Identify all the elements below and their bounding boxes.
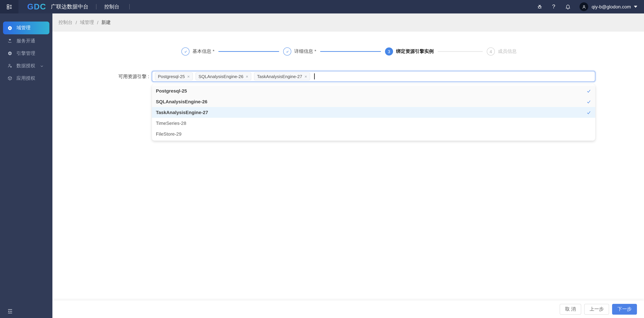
breadcrumb-item-new: 新建: [102, 20, 111, 26]
option-label: TaskAnalysisEngine-27: [156, 110, 208, 115]
step-connector: [438, 51, 483, 52]
menu-fold-icon: [7, 308, 13, 314]
sidebar-item-app-authorization[interactable]: 应用授权: [0, 72, 52, 84]
chevron-down-icon: [40, 64, 44, 68]
sidebar-item-label: 域管理: [16, 25, 30, 31]
sidebar-item-data-authorization[interactable]: 数据授权: [0, 60, 52, 72]
hexagon-icon: [8, 51, 12, 56]
step-connector: [218, 51, 279, 52]
main-area: 控制台 / 域管理 / 新建 基本信息*: [52, 14, 644, 318]
tag-remove-icon[interactable]: ×: [304, 74, 307, 79]
field-label: 可用资源引擎 :: [52, 71, 149, 82]
breadcrumb: 控制台 / 域管理 / 新建: [52, 14, 644, 32]
content: 基本信息* 详细信息* 3 绑定资源引擎实例: [52, 32, 644, 300]
topbar: GDC 广联达数据中台 控制台 ?: [0, 0, 644, 14]
step-basic-info: 基本信息*: [182, 47, 283, 56]
step-detail-info: 详细信息*: [283, 47, 385, 56]
sidebar-item-label: 引擎管理: [16, 50, 35, 56]
step-label: 成员信息: [498, 49, 517, 55]
sidebar-item-label: 应用授权: [16, 75, 35, 81]
hexagon-badge-icon: [8, 25, 12, 31]
breadcrumb-separator: /: [76, 20, 77, 25]
option-label: Postgresql-25: [156, 88, 187, 94]
step-label: 绑定资源引擎实例: [396, 49, 434, 55]
step-check-icon: [182, 47, 190, 56]
gdc-logo: GDC: [27, 2, 46, 12]
tag-label: TaskAnalysisEngine-27: [257, 74, 302, 79]
apps-menu-icon: [6, 4, 12, 10]
apps-menu-button[interactable]: [0, 0, 18, 14]
required-mark: *: [314, 49, 316, 54]
step-label: 详细信息*: [294, 49, 316, 55]
help-icon: ?: [552, 3, 555, 10]
account-caret-down-icon[interactable]: [634, 6, 637, 8]
app-title: 广联达数据中台: [51, 3, 88, 10]
bug-icon: [537, 4, 542, 10]
tag-remove-icon[interactable]: ×: [187, 74, 190, 79]
sidebar-item-label: 数据授权: [16, 63, 35, 69]
sidebar-item-engine-management[interactable]: 引擎管理: [0, 47, 52, 60]
sidebar-item-domain-management[interactable]: 域管理: [3, 22, 50, 34]
step-number: 3: [385, 47, 393, 56]
check-icon: [586, 88, 591, 93]
cube-icon: [8, 76, 12, 81]
breadcrumb-item-domain[interactable]: 域管理: [80, 20, 94, 26]
bug-report-button[interactable]: [536, 4, 542, 10]
bell-icon: [565, 4, 570, 10]
option-sqlanalysisengine-26[interactable]: SQLAnalysisEngine-26: [152, 96, 595, 107]
tag-label: Postgresql-25: [158, 74, 185, 79]
selected-tag: TaskAnalysisEngine-27 ×: [254, 72, 310, 80]
option-label: FileStore-29: [156, 131, 182, 137]
text-cursor: [314, 73, 314, 79]
user-avatar[interactable]: [580, 2, 588, 11]
required-mark: *: [213, 49, 214, 54]
step-connector: [320, 51, 381, 52]
topbar-right: ? qiy-b@glodon.com: [528, 2, 644, 11]
option-taskanalysisengine-27[interactable]: TaskAnalysisEngine-27: [152, 107, 595, 118]
tag-label: SQLAnalysisEngine-26: [198, 74, 244, 79]
next-step-button[interactable]: 下一步: [612, 304, 637, 315]
notifications-button[interactable]: [565, 4, 571, 10]
topbar-nav-console[interactable]: 控制台: [104, 4, 120, 10]
form-row-available-engines: 可用资源引擎 : Postgresql-25 × SQLAnalysisEngi…: [52, 71, 595, 82]
wizard-footer: 取 消 上一步 下一步: [52, 300, 644, 318]
step-bind-engine: 3 绑定资源引擎实例: [385, 47, 487, 56]
user-email[interactable]: qiy-b@glodon.com: [592, 4, 631, 10]
topbar-divider: [96, 4, 96, 10]
sidebar: 域管理 服务开通 引擎管理: [0, 14, 52, 318]
heart-hand-icon: [8, 38, 12, 43]
sidebar-item-label: 服务开通: [16, 38, 35, 44]
breadcrumb-item-console[interactable]: 控制台: [58, 20, 72, 26]
prev-step-button[interactable]: 上一步: [584, 304, 609, 315]
stepper: 基本信息* 详细信息* 3 绑定资源引擎实例: [182, 47, 517, 56]
sidebar-item-service-activation[interactable]: 服务开通: [0, 35, 52, 47]
option-timeseries-28[interactable]: TimeSeries-28: [152, 118, 595, 128]
selected-tag: Postgresql-25 ×: [155, 72, 193, 80]
cancel-button[interactable]: 取 消: [560, 304, 581, 315]
tag-remove-icon[interactable]: ×: [246, 74, 248, 79]
option-filestore-29[interactable]: FileStore-29: [152, 128, 595, 139]
option-label: SQLAnalysisEngine-26: [156, 99, 208, 104]
step-label: 基本信息*: [192, 49, 214, 55]
option-label: TimeSeries-28: [156, 120, 186, 126]
breadcrumb-separator: /: [97, 20, 98, 25]
topbar-divider: [130, 4, 130, 10]
engine-multiselect-input[interactable]: Postgresql-25 × SQLAnalysisEngine-26 × T…: [152, 71, 595, 82]
help-button[interactable]: ?: [550, 4, 557, 10]
step-check-icon: [283, 47, 291, 56]
check-icon: [586, 110, 591, 115]
user-gear-icon: [8, 63, 12, 68]
selected-tag: SQLAnalysisEngine-26 ×: [196, 72, 252, 80]
check-icon: [586, 99, 591, 104]
step-member-info: 4 成员信息: [487, 47, 517, 56]
option-postgresql-25[interactable]: Postgresql-25: [152, 85, 595, 96]
step-number: 4: [487, 47, 495, 56]
person-icon: [581, 4, 586, 9]
sidebar-collapse-button[interactable]: [7, 308, 13, 314]
engine-options-dropdown: Postgresql-25 SQLAnalysisEngine-26 TaskA…: [152, 84, 595, 141]
